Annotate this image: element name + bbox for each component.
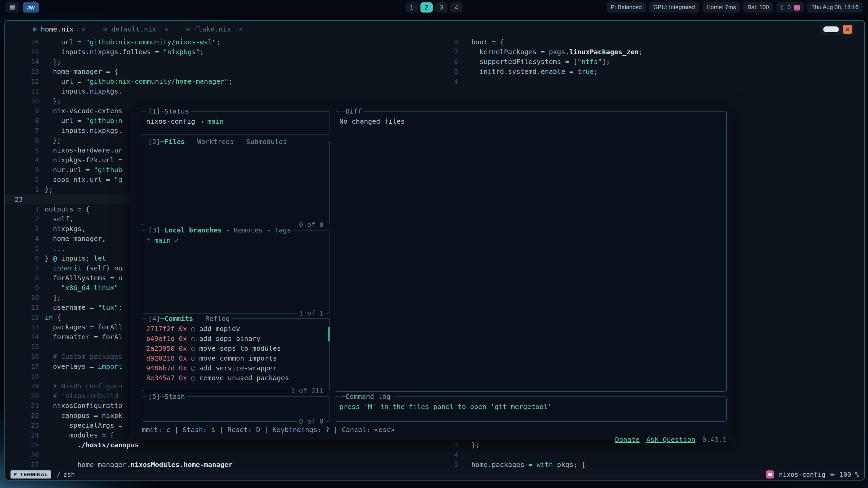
current-branch: → main [195,117,224,125]
clock-module: Thu Aug 08, 18:16 [807,2,863,13]
line-number: 4 [5,155,39,165]
commit-row[interactable]: 9486b7d 0x ○ add service-wrapper [146,363,326,373]
line-number: 4 [442,450,458,460]
tab-close-icon[interactable]: × [164,25,169,33]
line-number: 10 [5,96,39,106]
tab-close-icon[interactable]: × [239,25,243,33]
line-number: 20 [5,391,39,401]
window-close-button[interactable]: × [843,25,852,34]
branch-item[interactable]: * main ✓ [146,236,179,244]
gpu-label: GPU: Integrated [653,4,695,11]
battery-module[interactable]: Bat: 100 [743,2,773,13]
repo-name: nixos-config [146,117,195,125]
lazygit-stash-panel[interactable]: [5]─Stash 0 of 0 [142,396,330,422]
ask-question-link[interactable]: Ask Question [646,435,695,444]
line-number: 13 [5,67,39,77]
code-line: 16 url = "github:nix-community/nixos-wsl… [5,37,449,47]
lazygit-command-log-panel[interactable]: ─Command log press 'M' in the files pane… [335,396,727,422]
donate-link[interactable]: Donate [615,435,639,444]
latency-label: Home: 7ms [707,4,736,11]
version-label: 0.43.1 [702,435,727,444]
power-profile-label: P: Balanced [611,4,642,11]
line-number: 23 [5,421,39,430]
topbar-modules: P: Balanced GPU: Integrated Home: 7ms Ba… [607,2,863,13]
line-number: 3 [5,165,39,175]
line-number: 12 [5,77,39,86]
tab-home-nix[interactable]: ❄ home.nix × [25,21,93,37]
window-controls: × [820,23,855,35]
line-number: 22 [5,411,39,421]
line-number: 7 [5,263,39,273]
line-number: 6 [5,136,39,145]
commit-row[interactable]: 8e345a7 0x ○ remove unused packages [146,373,326,383]
statusbar-right: nixos-config ≡ 100 % [766,470,859,479]
workspace-button-1[interactable]: 1 [406,2,418,13]
line-number: 6 [442,57,458,67]
code-line: 5home.packages = with pkgs; [ [442,460,864,469]
tab-flake-nix[interactable]: ❄ flake.nix × [179,21,251,37]
bluetooth-icon[interactable]: ᛒ [781,4,784,11]
lazygit-options-bar: mmit: c | Stash: s | Reset: D | Keybindi… [142,425,727,435]
workspace-button-3[interactable]: 3 [435,2,448,13]
commit-row[interactable]: b49ef1d 0x ○ add sops binary [146,334,326,344]
commit-row[interactable]: 2a23950 0x ○ move sops to modules [146,344,326,353]
system-tray[interactable]: ᛒ 0 [776,2,804,13]
nix-snowflake-icon: ❄ [103,25,107,33]
latency-module[interactable]: Home: 7ms [703,2,740,13]
code-line: 8boot = { [442,37,864,47]
code-line: 25 ./hosts/canopus [5,440,449,450]
tab-close-icon[interactable]: × [82,25,86,33]
line-number: 13 [5,322,39,332]
line-number: 6 [5,253,39,263]
commits-list: 2717f2f 0x ○ add mopidyb49ef1d 0x ○ add … [142,319,330,391]
notification-count[interactable]: 0 [788,4,791,11]
line-number: 8 [5,116,39,126]
line-number: 14 [5,332,39,342]
line-number: 3 [442,440,458,450]
nix-snowflake-icon: ❄ [33,25,37,33]
apps-button[interactable]: ▦ [5,2,19,13]
window-status-bar: ◤ TERMINAL ∕ zsh nixos-config ≡ 100 % [5,469,864,480]
tab-default-nix[interactable]: ❄ default.nix × [96,21,176,37]
line-number: 5 [5,244,39,253]
line-number: 17 [5,362,39,371]
code-line: 13 home-manager = { [5,67,449,77]
code-line: 7 kernelPackages = pkgs.linuxPackages_ze… [442,47,864,57]
lazygit-commits-panel[interactable]: [4]─Commits - Reflog 2717f2f 0x ○ add mo… [142,319,330,391]
workspace-button-2[interactable]: 2 [420,2,433,13]
terminal-window: ❄ home.nix × ❄ default.nix × ❄ flake.nix… [4,20,865,481]
tab-label: default.nix [111,25,156,33]
code-line: 14 }; [5,57,449,67]
lazygit-files-panel[interactable]: [2]─Files - Worktrees - Submodules 0 of … [142,142,330,225]
line-number: 19 [5,381,39,391]
commits-scrollbar[interactable] [328,327,330,342]
line-number: 4 [442,77,458,86]
commit-row[interactable]: d920218 0x ○ move common imports [146,353,326,363]
code-line: 11 inputs.nixpkgs. [5,86,449,96]
shell-tab[interactable]: ∕ zsh [57,471,75,478]
editor-tab-bar: ❄ home.nix × ❄ default.nix × ❄ flake.nix… [5,21,864,37]
line-number: 24 [5,430,39,440]
line-number: 18 [5,371,39,381]
commit-row[interactable]: 2717f2f 0x ○ add mopidy [146,324,326,334]
gpu-module[interactable]: GPU: Integrated [649,2,699,13]
lazygit-status-panel[interactable]: [1]─Status nixos-config → main [142,111,330,135]
workspace-button-4[interactable]: 4 [450,2,462,13]
line-number: 14 [5,57,39,67]
code-line: 5 initrd.systemd.enable = true; [442,67,864,77]
line-number: 3 [5,224,39,234]
battery-label: Bat: 100 [747,4,769,11]
menu-lines-icon[interactable]: ≡ [830,470,835,479]
lazygit-branches-panel[interactable]: [3]─Local branches - Remotes - Tags * ma… [142,230,330,313]
keybinding-hints: mmit: c | Stash: s | Reset: D | Keybindi… [142,425,395,435]
line-number: 2 [5,214,39,224]
lazygit-floating-pane: [1]─Status nixos-config → main [2]─Files… [129,105,733,440]
window-toggle-pill[interactable] [823,26,839,32]
color-picker-icon[interactable] [794,5,800,11]
commits-count: 1 of 211 [289,386,326,396]
code-line: 12 url = "github:nix-community/home-mana… [5,77,449,86]
power-profile-module[interactable]: P: Balanced [607,2,646,13]
lazygit-diff-panel[interactable]: ─Diff No changed files [335,111,727,392]
line-number: 5 [442,460,458,469]
line-number: 8 [5,273,39,283]
